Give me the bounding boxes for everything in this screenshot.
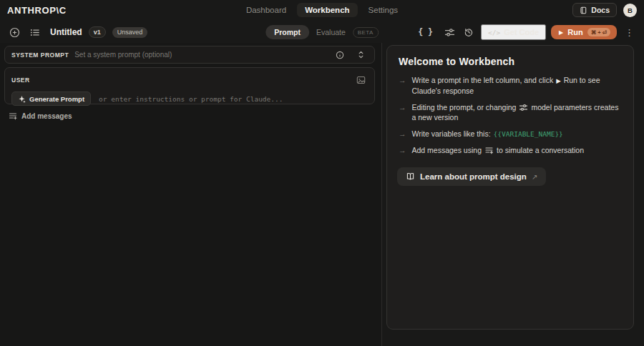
- user-message-box[interactable]: USER Generate Prompt or: [4, 67, 375, 104]
- variable-token: {{VARIABLE_NAME}}: [494, 130, 563, 138]
- anthropic-logo[interactable]: ANTHROP\C: [7, 5, 67, 16]
- run-label: Run: [567, 28, 582, 36]
- arrow-icon: →: [399, 102, 406, 123]
- welcome-bullet-variables: → Write variables like this:{{VARIABLE_N…: [399, 129, 622, 139]
- version-badge[interactable]: v1: [89, 26, 106, 38]
- welcome-bullet-messages: → Add messages usingto simulate a conver…: [399, 145, 622, 156]
- nav-workbench[interactable]: Workbench: [297, 3, 357, 17]
- get-code-button[interactable]: </> Get Code: [481, 24, 546, 40]
- external-link-icon: ↗: [532, 173, 537, 181]
- learn-prompt-design-button[interactable]: Learn about prompt design ↗: [397, 167, 546, 186]
- arrow-icon: →: [399, 75, 406, 97]
- code-icon: </>: [488, 29, 500, 36]
- top-navigation-bar: ANTHROP\C Dashboard Workbench Settings D…: [0, 0, 644, 20]
- welcome-bullet-run: → Write a prompt in the left column, and…: [399, 75, 622, 97]
- add-messages-label: Add messages: [21, 112, 72, 120]
- sparkle-icon: [18, 95, 26, 103]
- beta-badge: BETA: [353, 27, 379, 38]
- welcome-bullet-versions: → Editing the prompt, or changingmodel p…: [399, 102, 622, 123]
- model-settings-icon[interactable]: [442, 25, 457, 39]
- prompt-title[interactable]: Untitled: [50, 27, 82, 37]
- play-icon: ▶: [556, 77, 561, 84]
- history-icon[interactable]: [462, 25, 476, 39]
- run-shortcut-badge: ⌘ + ⏎: [587, 28, 610, 36]
- docs-button[interactable]: Docs: [572, 3, 617, 17]
- user-prompt-placeholder[interactable]: or enter instructions or prompt for Clau…: [99, 95, 283, 103]
- main-nav: Dashboard Workbench Settings: [238, 3, 406, 17]
- attach-image-icon[interactable]: [353, 73, 368, 87]
- learn-button-label: Learn about prompt design: [420, 172, 527, 181]
- tab-evaluate[interactable]: Evaluate: [316, 28, 346, 36]
- mode-switcher: Prompt Evaluate BETA: [265, 25, 379, 39]
- variables-icon[interactable]: { }: [414, 26, 437, 39]
- system-prompt-box[interactable]: SYSTEM PROMPT Set a system prompt (optio…: [4, 46, 375, 64]
- account-avatar[interactable]: B: [623, 4, 637, 17]
- get-code-label: Get Code: [504, 28, 539, 36]
- expand-collapse-icon[interactable]: [353, 48, 368, 62]
- arrow-icon: →: [399, 145, 406, 156]
- book-icon: [580, 6, 587, 14]
- welcome-title: Welcome to Workbench: [399, 56, 622, 67]
- model-settings-icon: [519, 104, 528, 112]
- info-icon[interactable]: [333, 48, 347, 62]
- new-prompt-icon[interactable]: [7, 25, 21, 39]
- unsaved-status-badge: Unsaved: [112, 27, 148, 38]
- docs-label: Docs: [591, 6, 610, 14]
- add-messages-button[interactable]: Add messages: [9, 112, 72, 120]
- workbench-toolbar: Untitled v1 Unsaved Prompt Evaluate BETA…: [0, 23, 644, 41]
- generate-prompt-button[interactable]: Generate Prompt: [11, 92, 91, 106]
- add-messages-icon: [484, 146, 494, 154]
- play-icon: ▶: [559, 29, 563, 36]
- user-role-label: USER: [11, 76, 30, 84]
- more-options-icon[interactable]: ⋮: [622, 27, 637, 38]
- editor-panel: SYSTEM PROMPT Set a system prompt (optio…: [0, 43, 381, 346]
- system-prompt-placeholder: Set a system prompt (optional): [74, 51, 172, 59]
- system-prompt-label: SYSTEM PROMPT: [11, 51, 69, 59]
- tab-prompt[interactable]: Prompt: [265, 25, 309, 39]
- nav-dashboard[interactable]: Dashboard: [238, 3, 294, 17]
- run-button[interactable]: ▶ Run ⌘ + ⏎: [551, 25, 617, 39]
- book-open-icon: [406, 172, 415, 181]
- generate-prompt-label: Generate Prompt: [29, 95, 84, 103]
- version-list-icon[interactable]: [28, 25, 42, 39]
- arrow-icon: →: [399, 129, 406, 139]
- workbench-screen: SYSTEM PROMPT Set a system prompt (optio…: [0, 0, 644, 346]
- welcome-card: Welcome to Workbench → Write a prompt in…: [386, 45, 634, 330]
- nav-settings[interactable]: Settings: [361, 3, 406, 17]
- panel-divider[interactable]: [381, 43, 382, 346]
- add-messages-icon: [9, 112, 17, 120]
